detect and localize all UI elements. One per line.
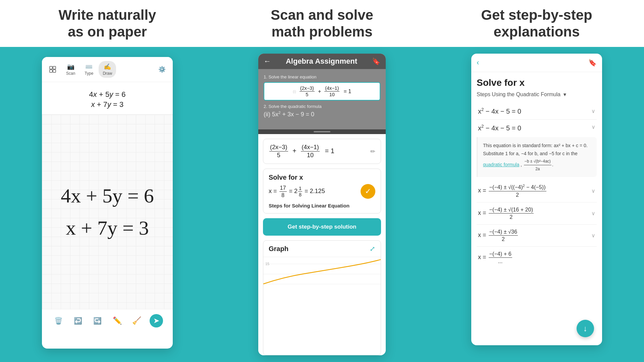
middle-app-card: ← Algebra Assignment 🔖 1. Solve the line… (258, 54, 386, 355)
submit-button[interactable]: ➤ (150, 314, 163, 327)
header-col-write: Write naturallyas on paper (0, 0, 215, 47)
problem2-equation: (ii) 5x2 + 3x − 9 = 0 (264, 110, 380, 118)
delete-button[interactable]: 🗑️ (52, 314, 65, 327)
problem1-fraction1: (2x−3)5 (299, 85, 315, 97)
scroll-down-button[interactable]: ↓ (577, 320, 594, 337)
back-button[interactable]: ← (264, 57, 271, 66)
chevron-down-icon-4: ∨ (591, 210, 595, 217)
scanned-area: 1. Solve the linear equation (i) (2x−3)5… (258, 69, 386, 129)
chevron-down-icon-3: ∨ (591, 188, 595, 194)
formula-line1: 4x + 5y = 6 (49, 90, 166, 99)
type-label: Type (85, 71, 93, 76)
check-icon: ✓ (361, 184, 375, 199)
draw-area[interactable]: 4x + 5y = 6 x + 7y = 3 (42, 115, 173, 309)
step-detail-box: This equation is in standard form: ax² +… (477, 137, 597, 177)
problem1-fraction2: (4x−1)10 (324, 85, 340, 97)
pencil-button[interactable]: ✏️ (110, 314, 124, 327)
notch-indicator (314, 131, 330, 132)
header-col-scan: Scan and solvemath problems (215, 0, 429, 47)
graph-body: 15 (263, 257, 381, 291)
left-card-bottom: 🗑️ ↩️ ↪️ ✏️ 🧹 ➤ (42, 309, 173, 332)
plus-sign: + (318, 88, 321, 95)
step6-equation: x = −(−4) + 6 ... (478, 251, 513, 264)
header-col-steps: Get step-by-stepexplanations (429, 0, 644, 47)
header-steps-title: Get step-by-stepexplanations (481, 7, 592, 41)
bookmark-icon[interactable]: 🔖 (372, 57, 380, 65)
svg-rect-0 (50, 66, 52, 69)
draw-label: Draw (103, 71, 112, 76)
middle-white-area: (2x−3)5 + (4x−1)10 = 1 ✏ Solve for x x =… (258, 134, 386, 355)
right-top-bar: ‹ 🔖 (471, 54, 602, 72)
grid-icon (47, 64, 58, 75)
solve-result-text: x = 178 = 218 = 2.125 (269, 185, 325, 198)
header-scan-title: Scan and solvemath problems (271, 7, 373, 41)
settings-button[interactable]: ⚙️ (157, 64, 167, 75)
panel-middle: ← Algebra Assignment 🔖 1. Solve the line… (215, 47, 429, 362)
scan-tool-button[interactable]: 📷 Scan (62, 61, 79, 78)
problem1-equation-box[interactable]: (i) (2x−3)5 + (4x−1)10 = 1 (264, 82, 380, 101)
handwritten-text: 4x + 5y = 6 x + 7y = 3 (61, 180, 154, 244)
toolbar-left-group: 📷 Scan ⌨️ Type ✍️ Draw (47, 61, 116, 78)
right-back-button[interactable]: ‹ (477, 58, 479, 67)
step-equation-6[interactable]: x = −(−4) + 6 ... (477, 247, 597, 268)
step-equation-1[interactable]: x2 − 4x − 5 = 0 ∨ (477, 103, 597, 120)
formula-preview: 4x + 5y = 6 x + 7y = 3 (42, 82, 173, 115)
detail-text: This equation is in standard form: ax² +… (483, 143, 588, 156)
step-equation-3[interactable]: x = −(−4) ± √((−4)2 − 4(−5)) 2 ∨ (477, 180, 597, 202)
hw-line1: 4x + 5y = 6 (61, 180, 154, 212)
graph-title: Graph (269, 245, 288, 253)
formula-line2: x + 7y = 3 (49, 100, 166, 109)
dropdown-arrow-icon: ▼ (562, 92, 567, 97)
graph-curve (263, 257, 381, 291)
chevron-down-icon-5: ∨ (591, 232, 595, 239)
detail-formula: , −b ± √(b²−4ac) 2a . (521, 162, 553, 167)
right-method[interactable]: Steps Using the Quadratic Formula ▼ (477, 92, 597, 98)
displayed-equation: (2x−3)5 + (4x−1)10 = 1 (269, 144, 334, 159)
svg-rect-2 (50, 70, 52, 72)
get-steps-button[interactable]: Get step-by-step solution (263, 218, 381, 236)
step3-equation: x = −(−4) ± √((−4)2 − 4(−5)) 2 (478, 184, 547, 198)
header-row: Write naturallyas on paper Scan and solv… (0, 0, 644, 47)
right-content: Solve for x Steps Using the Quadratic Fo… (471, 72, 602, 345)
step1-equation: x2 − 4x − 5 = 0 (478, 107, 521, 115)
chevron-up-icon-2: ∧ (591, 124, 595, 131)
expand-icon[interactable]: ⤢ (370, 245, 375, 253)
step-equation-2[interactable]: x2 − 4x − 5 = 0 ∧ (477, 120, 597, 136)
assignment-title: Algebra Assignment (276, 57, 367, 66)
panel-right: ‹ 🔖 Solve for x Steps Using the Quadrati… (429, 47, 644, 362)
solve-section: Solve for x x = 178 = 218 = 2.125 ✓ Step… (263, 169, 381, 214)
left-app-card: 📷 Scan ⌨️ Type ✍️ Draw ⚙️ (42, 57, 173, 349)
chevron-down-icon-1: ∨ (591, 108, 595, 114)
svg-rect-3 (53, 70, 56, 72)
right-bookmark-icon[interactable]: 🔖 (588, 59, 597, 67)
graph-header: Graph ⤢ (263, 241, 381, 257)
redo-button[interactable]: ↪️ (91, 314, 104, 327)
equation-display: (2x−3)5 + (4x−1)10 = 1 ✏ (263, 139, 381, 164)
type-tool-button[interactable]: ⌨️ Type (80, 61, 97, 78)
undo-button[interactable]: ↩️ (71, 314, 85, 327)
solve-for-x-title: Solve for x (269, 174, 375, 181)
header-write-title: Write naturallyas on paper (59, 7, 156, 41)
step-equation-4[interactable]: x = −(−4) ± √(16 + 20) 2 ∨ (477, 202, 597, 225)
solve-result: x = 178 = 218 = 2.125 ✓ (269, 184, 375, 199)
main-row: 📷 Scan ⌨️ Type ✍️ Draw ⚙️ (0, 47, 644, 362)
step2-equation: x2 − 4x − 5 = 0 (478, 124, 521, 132)
left-toolbar: 📷 Scan ⌨️ Type ✍️ Draw ⚙️ (42, 57, 173, 82)
svg-rect-1 (53, 66, 56, 69)
quadratic-formula-link[interactable]: quadratic formula (483, 162, 519, 167)
right-app-card: ‹ 🔖 Solve for x Steps Using the Quadrati… (471, 54, 602, 345)
eraser-button[interactable]: 🧹 (130, 314, 143, 327)
graph-section: Graph ⤢ 15 (263, 240, 381, 355)
steps-for-solving-link[interactable]: Steps for Solving Linear Equation (269, 203, 375, 208)
step4-equation: x = −(−4) ± √(16 + 20) 2 (478, 206, 534, 220)
step-equation-5[interactable]: x = −(−4) ± √36 2 ∨ (477, 225, 597, 247)
method-text: Steps Using the Quadratic Formula (477, 92, 560, 98)
equals-1: = 1 (343, 88, 351, 95)
problem2-label: 2. Solve the quadratic formula (264, 104, 380, 109)
panel-left: 📷 Scan ⌨️ Type ✍️ Draw ⚙️ (0, 47, 215, 362)
phone-notch (258, 129, 386, 134)
draw-tool-button[interactable]: ✍️ Draw (99, 61, 116, 78)
draw-icon: ✍️ (104, 63, 111, 70)
edit-icon[interactable]: ✏ (370, 148, 375, 155)
right-solve-title: Solve for x (477, 77, 597, 88)
